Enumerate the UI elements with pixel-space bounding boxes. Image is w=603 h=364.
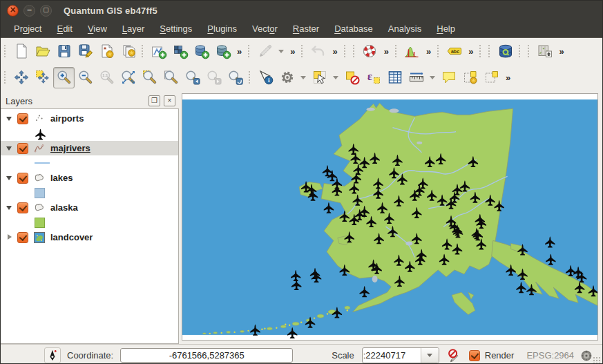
folder-open-button[interactable] (32, 41, 53, 62)
toolbar-overflow-icon[interactable]: » (381, 46, 392, 57)
add-postgis-button[interactable] (191, 41, 212, 62)
menu-database[interactable]: Database (327, 21, 381, 36)
composer-new-button[interactable] (96, 41, 117, 62)
panel-float-icon[interactable]: ❐ (149, 95, 160, 106)
toolbar-grip[interactable] (528, 45, 531, 57)
pan-button[interactable] (10, 67, 32, 88)
pan-selection-button[interactable] (32, 67, 53, 88)
toolbar-grip[interactable] (353, 45, 356, 57)
menu-plugins[interactable]: Plugins (200, 21, 245, 36)
minimize-button[interactable] (23, 5, 35, 17)
layer-row-majrivers[interactable]: majrivers (1, 141, 178, 155)
coordinate-capture-icon[interactable] (44, 347, 61, 363)
zoom-selection-button[interactable] (139, 67, 160, 88)
layer-row-lakes[interactable]: lakes (1, 171, 178, 185)
select-expression-button[interactable]: ε (363, 67, 384, 88)
collapse-icon[interactable] (6, 145, 12, 151)
menu-vector[interactable]: Vector (245, 21, 285, 36)
menu-raster[interactable]: Raster (285, 21, 327, 36)
coordinate-input[interactable] (120, 348, 293, 363)
toolbar-overflow-icon[interactable]: » (329, 46, 341, 57)
layer-checkbox-alaska[interactable] (17, 202, 28, 213)
maximize-button[interactable] (40, 5, 52, 17)
collapse-icon[interactable] (6, 204, 12, 211)
collapse-icon[interactable] (6, 175, 12, 181)
crs-status-icon[interactable] (580, 349, 593, 363)
bookmark-show-button[interactable] (481, 67, 502, 88)
menu-edit[interactable]: Edit (49, 21, 79, 36)
zoom-full-button[interactable] (117, 67, 139, 88)
toolbar-grip[interactable] (488, 45, 492, 57)
toolbar-grip[interactable] (344, 45, 347, 57)
layer-checkbox-airports[interactable] (17, 113, 28, 124)
identify-button[interactable]: i (255, 67, 276, 88)
dropdown-caret-icon[interactable] (430, 76, 435, 79)
zoom-layer-button[interactable] (160, 67, 182, 88)
map-publish-button[interactable] (534, 41, 555, 62)
scale-combobox[interactable]: :22240717 (362, 347, 439, 363)
layer-row-airports[interactable]: airports (1, 111, 178, 126)
menu-help[interactable]: Help (429, 21, 463, 36)
toolbar-overflow-icon[interactable]: » (423, 46, 434, 57)
stop-render-icon[interactable] (446, 347, 462, 363)
zoom-refresh-button[interactable] (224, 67, 246, 88)
chevron-down-icon[interactable] (421, 348, 439, 363)
menu-project[interactable]: Project (6, 21, 49, 36)
resize-grip[interactable] (593, 356, 601, 364)
toolbar-grip[interactable] (4, 71, 8, 84)
toolbar-overflow-icon[interactable]: » (233, 46, 245, 57)
zoom-in-button[interactable] (53, 67, 75, 88)
toolbar-grip[interactable] (248, 45, 251, 57)
dropdown-caret-icon[interactable] (278, 50, 284, 53)
panel-close-icon[interactable]: × (164, 95, 175, 106)
toolbar-overflow-icon[interactable]: » (287, 46, 298, 57)
toolbar-overflow-icon[interactable]: » (502, 73, 514, 83)
layer-checkbox-majrivers[interactable] (17, 143, 28, 154)
add-spatialite-button[interactable] (212, 41, 233, 62)
expand-icon[interactable] (6, 234, 12, 240)
help-lifebuoy-button[interactable] (359, 41, 381, 62)
toolbar-grip[interactable] (301, 45, 305, 57)
layer-row-landcover[interactable]: landcover (1, 230, 178, 245)
toolbar-grip[interactable] (4, 45, 8, 57)
add-vector-button[interactable] (148, 41, 169, 62)
toolbar-grip[interactable] (479, 45, 483, 57)
map-tips-button[interactable] (438, 67, 459, 88)
menu-layer[interactable]: Layer (115, 21, 153, 36)
layer-row-alaska[interactable]: alaska (1, 200, 178, 215)
menu-settings[interactable]: Settings (152, 21, 200, 36)
dropdown-caret-icon[interactable] (300, 76, 306, 79)
deselect-button[interactable] (341, 67, 363, 88)
measure-button[interactable] (405, 67, 427, 88)
save-button[interactable] (53, 41, 75, 62)
dropdown-caret-icon[interactable] (333, 76, 338, 79)
attribute-table-button[interactable] (384, 67, 405, 88)
render-checkbox[interactable] (469, 350, 480, 361)
bookmark-new-button[interactable] (459, 67, 481, 88)
layer-checkbox-landcover[interactable] (17, 232, 28, 243)
select-features-button[interactable] (309, 67, 330, 88)
save-as-button[interactable] (75, 41, 96, 62)
actions-gear-button[interactable] (276, 67, 298, 88)
database-qgis-button[interactable] (495, 41, 516, 62)
close-button[interactable] (7, 5, 19, 17)
file-new-button[interactable] (10, 41, 32, 62)
toolbar-grip[interactable] (437, 45, 441, 57)
toolbar-grip[interactable] (519, 45, 522, 57)
toolbar-grip[interactable] (142, 45, 145, 57)
histogram-button[interactable] (401, 41, 423, 62)
label-abc-button[interactable]: abc (443, 41, 465, 62)
toolbar-grip[interactable] (249, 71, 252, 84)
menu-view[interactable]: View (80, 21, 115, 36)
map-canvas[interactable] (182, 93, 598, 341)
toolbar-overflow-icon[interactable]: » (465, 46, 477, 57)
zoom-last-button[interactable] (182, 67, 203, 88)
layer-checkbox-lakes[interactable] (17, 173, 28, 184)
composer-manager-button[interactable] (117, 41, 139, 62)
add-raster-button[interactable] (169, 41, 191, 62)
toolbar-grip[interactable] (395, 45, 399, 57)
collapse-icon[interactable] (6, 115, 12, 122)
menu-analysis[interactable]: Analysis (381, 21, 429, 36)
toolbar-overflow-icon[interactable]: » (555, 46, 567, 57)
zoom-out-button[interactable] (75, 67, 96, 88)
